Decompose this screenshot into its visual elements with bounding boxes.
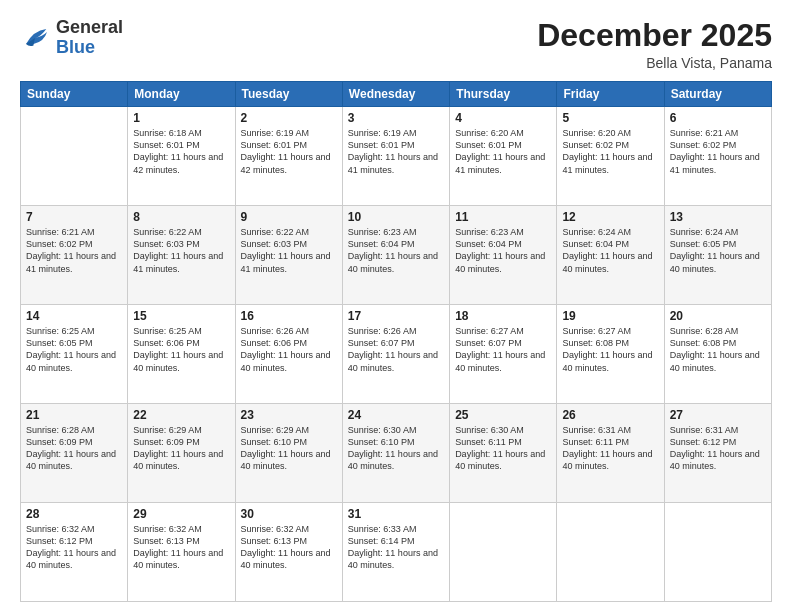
day-info: Sunrise: 6:25 AMSunset: 6:05 PMDaylight:… <box>26 325 122 374</box>
day-info: Sunrise: 6:31 AMSunset: 6:12 PMDaylight:… <box>670 424 766 473</box>
calendar-week-2: 14Sunrise: 6:25 AMSunset: 6:05 PMDayligh… <box>21 305 772 404</box>
calendar-cell: 15Sunrise: 6:25 AMSunset: 6:06 PMDayligh… <box>128 305 235 404</box>
day-number: 16 <box>241 309 337 323</box>
calendar-cell: 4Sunrise: 6:20 AMSunset: 6:01 PMDaylight… <box>450 107 557 206</box>
day-number: 31 <box>348 507 444 521</box>
day-info: Sunrise: 6:18 AMSunset: 6:01 PMDaylight:… <box>133 127 229 176</box>
calendar-cell: 3Sunrise: 6:19 AMSunset: 6:01 PMDaylight… <box>342 107 449 206</box>
day-number: 28 <box>26 507 122 521</box>
title-block: December 2025 Bella Vista, Panama <box>537 18 772 71</box>
day-number: 3 <box>348 111 444 125</box>
calendar-cell: 5Sunrise: 6:20 AMSunset: 6:02 PMDaylight… <box>557 107 664 206</box>
calendar-cell: 26Sunrise: 6:31 AMSunset: 6:11 PMDayligh… <box>557 404 664 503</box>
day-info: Sunrise: 6:30 AMSunset: 6:11 PMDaylight:… <box>455 424 551 473</box>
day-number: 22 <box>133 408 229 422</box>
header-sunday: Sunday <box>21 82 128 107</box>
location-subtitle: Bella Vista, Panama <box>537 55 772 71</box>
day-info: Sunrise: 6:30 AMSunset: 6:10 PMDaylight:… <box>348 424 444 473</box>
day-number: 20 <box>670 309 766 323</box>
day-info: Sunrise: 6:32 AMSunset: 6:13 PMDaylight:… <box>241 523 337 572</box>
day-number: 6 <box>670 111 766 125</box>
calendar-cell: 16Sunrise: 6:26 AMSunset: 6:06 PMDayligh… <box>235 305 342 404</box>
day-info: Sunrise: 6:29 AMSunset: 6:09 PMDaylight:… <box>133 424 229 473</box>
day-number: 12 <box>562 210 658 224</box>
day-info: Sunrise: 6:27 AMSunset: 6:07 PMDaylight:… <box>455 325 551 374</box>
calendar-cell: 9Sunrise: 6:22 AMSunset: 6:03 PMDaylight… <box>235 206 342 305</box>
calendar-cell: 10Sunrise: 6:23 AMSunset: 6:04 PMDayligh… <box>342 206 449 305</box>
calendar-cell: 2Sunrise: 6:19 AMSunset: 6:01 PMDaylight… <box>235 107 342 206</box>
logo-text: General Blue <box>56 18 123 58</box>
day-number: 14 <box>26 309 122 323</box>
day-info: Sunrise: 6:19 AMSunset: 6:01 PMDaylight:… <box>241 127 337 176</box>
calendar-cell: 25Sunrise: 6:30 AMSunset: 6:11 PMDayligh… <box>450 404 557 503</box>
day-number: 29 <box>133 507 229 521</box>
calendar-cell: 24Sunrise: 6:30 AMSunset: 6:10 PMDayligh… <box>342 404 449 503</box>
calendar-cell: 7Sunrise: 6:21 AMSunset: 6:02 PMDaylight… <box>21 206 128 305</box>
calendar-cell: 29Sunrise: 6:32 AMSunset: 6:13 PMDayligh… <box>128 503 235 602</box>
day-number: 26 <box>562 408 658 422</box>
calendar-week-4: 28Sunrise: 6:32 AMSunset: 6:12 PMDayligh… <box>21 503 772 602</box>
day-info: Sunrise: 6:23 AMSunset: 6:04 PMDaylight:… <box>455 226 551 275</box>
header-wednesday: Wednesday <box>342 82 449 107</box>
calendar-cell: 28Sunrise: 6:32 AMSunset: 6:12 PMDayligh… <box>21 503 128 602</box>
day-number: 21 <box>26 408 122 422</box>
calendar-cell <box>557 503 664 602</box>
day-info: Sunrise: 6:21 AMSunset: 6:02 PMDaylight:… <box>670 127 766 176</box>
day-number: 1 <box>133 111 229 125</box>
day-number: 9 <box>241 210 337 224</box>
logo-general: General <box>56 17 123 37</box>
day-number: 4 <box>455 111 551 125</box>
calendar-cell: 23Sunrise: 6:29 AMSunset: 6:10 PMDayligh… <box>235 404 342 503</box>
day-number: 18 <box>455 309 551 323</box>
calendar-week-0: 1Sunrise: 6:18 AMSunset: 6:01 PMDaylight… <box>21 107 772 206</box>
day-info: Sunrise: 6:20 AMSunset: 6:02 PMDaylight:… <box>562 127 658 176</box>
header-tuesday: Tuesday <box>235 82 342 107</box>
day-number: 27 <box>670 408 766 422</box>
calendar-cell: 8Sunrise: 6:22 AMSunset: 6:03 PMDaylight… <box>128 206 235 305</box>
header-friday: Friday <box>557 82 664 107</box>
day-number: 10 <box>348 210 444 224</box>
calendar-cell <box>664 503 771 602</box>
header: General Blue December 2025 Bella Vista, … <box>20 18 772 71</box>
day-number: 30 <box>241 507 337 521</box>
day-info: Sunrise: 6:32 AMSunset: 6:13 PMDaylight:… <box>133 523 229 572</box>
calendar-cell: 1Sunrise: 6:18 AMSunset: 6:01 PMDaylight… <box>128 107 235 206</box>
calendar-cell: 20Sunrise: 6:28 AMSunset: 6:08 PMDayligh… <box>664 305 771 404</box>
calendar-cell: 12Sunrise: 6:24 AMSunset: 6:04 PMDayligh… <box>557 206 664 305</box>
day-number: 11 <box>455 210 551 224</box>
day-number: 5 <box>562 111 658 125</box>
day-number: 13 <box>670 210 766 224</box>
header-thursday: Thursday <box>450 82 557 107</box>
month-title: December 2025 <box>537 18 772 53</box>
day-info: Sunrise: 6:29 AMSunset: 6:10 PMDaylight:… <box>241 424 337 473</box>
calendar-table: Sunday Monday Tuesday Wednesday Thursday… <box>20 81 772 602</box>
day-info: Sunrise: 6:33 AMSunset: 6:14 PMDaylight:… <box>348 523 444 572</box>
calendar-cell: 17Sunrise: 6:26 AMSunset: 6:07 PMDayligh… <box>342 305 449 404</box>
day-info: Sunrise: 6:32 AMSunset: 6:12 PMDaylight:… <box>26 523 122 572</box>
calendar-header-row: Sunday Monday Tuesday Wednesday Thursday… <box>21 82 772 107</box>
calendar-cell: 30Sunrise: 6:32 AMSunset: 6:13 PMDayligh… <box>235 503 342 602</box>
day-number: 25 <box>455 408 551 422</box>
calendar-week-3: 21Sunrise: 6:28 AMSunset: 6:09 PMDayligh… <box>21 404 772 503</box>
calendar-cell: 14Sunrise: 6:25 AMSunset: 6:05 PMDayligh… <box>21 305 128 404</box>
calendar-cell: 22Sunrise: 6:29 AMSunset: 6:09 PMDayligh… <box>128 404 235 503</box>
day-info: Sunrise: 6:26 AMSunset: 6:07 PMDaylight:… <box>348 325 444 374</box>
day-number: 15 <box>133 309 229 323</box>
day-number: 24 <box>348 408 444 422</box>
day-info: Sunrise: 6:31 AMSunset: 6:11 PMDaylight:… <box>562 424 658 473</box>
calendar-cell: 21Sunrise: 6:28 AMSunset: 6:09 PMDayligh… <box>21 404 128 503</box>
day-number: 23 <box>241 408 337 422</box>
calendar-cell: 6Sunrise: 6:21 AMSunset: 6:02 PMDaylight… <box>664 107 771 206</box>
logo-blue: Blue <box>56 37 95 57</box>
day-info: Sunrise: 6:23 AMSunset: 6:04 PMDaylight:… <box>348 226 444 275</box>
day-info: Sunrise: 6:19 AMSunset: 6:01 PMDaylight:… <box>348 127 444 176</box>
calendar-cell <box>21 107 128 206</box>
day-info: Sunrise: 6:28 AMSunset: 6:09 PMDaylight:… <box>26 424 122 473</box>
header-monday: Monday <box>128 82 235 107</box>
logo-bird-icon <box>20 23 50 53</box>
day-info: Sunrise: 6:26 AMSunset: 6:06 PMDaylight:… <box>241 325 337 374</box>
day-info: Sunrise: 6:24 AMSunset: 6:05 PMDaylight:… <box>670 226 766 275</box>
day-number: 2 <box>241 111 337 125</box>
day-info: Sunrise: 6:20 AMSunset: 6:01 PMDaylight:… <box>455 127 551 176</box>
calendar-cell: 18Sunrise: 6:27 AMSunset: 6:07 PMDayligh… <box>450 305 557 404</box>
